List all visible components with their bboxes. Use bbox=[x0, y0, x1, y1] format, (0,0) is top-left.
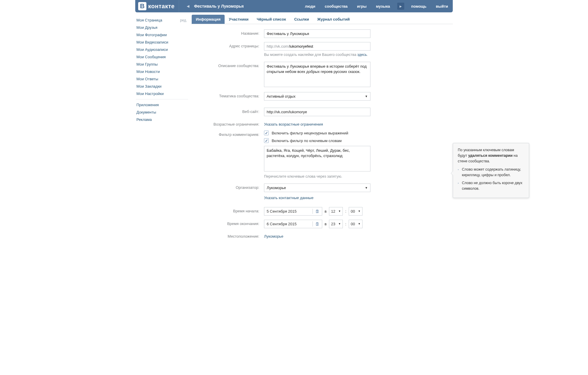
topnav: люди сообщества игры музыка ▶ помощь вый… bbox=[300, 0, 453, 12]
sidebar-item-messages[interactable]: Мои Сообщения bbox=[135, 53, 191, 61]
website-input[interactable] bbox=[264, 108, 370, 116]
next-nav-icon[interactable]: ▶ bbox=[397, 3, 404, 10]
name-label: Название: bbox=[191, 29, 264, 36]
chevron-down-icon: ▼ bbox=[358, 222, 360, 225]
sidebar-item-apps[interactable]: Приложения bbox=[135, 101, 191, 109]
desc-textarea[interactable]: Фестиваль у Лукоморья впервые в истории … bbox=[264, 62, 370, 87]
chevron-down-icon: ▼ bbox=[338, 222, 341, 225]
address-prefix: http://vk.com/ bbox=[264, 42, 289, 50]
filter-label: Фильтр комментариев: bbox=[191, 131, 264, 137]
logo-text: контакте bbox=[148, 3, 175, 10]
nav-people[interactable]: люди bbox=[300, 0, 320, 12]
tab-info[interactable]: Информация bbox=[192, 15, 225, 24]
tooltip-bullet: Слово не должно быть короче двух символо… bbox=[458, 180, 524, 191]
sidebar-item-news[interactable]: Мои Новости bbox=[135, 68, 191, 75]
address-slug[interactable]: lukomoryefest bbox=[289, 42, 370, 50]
nav-help[interactable]: помощь bbox=[407, 0, 431, 12]
sidebar-item-friends[interactable]: Мои Друзья bbox=[135, 24, 191, 31]
chevron-down-icon: ▼ bbox=[338, 210, 341, 213]
sidebar-item-audio[interactable]: Мои Аудиозаписи bbox=[135, 46, 191, 53]
sidebar-item-docs[interactable]: Документы bbox=[135, 109, 191, 116]
tabs: Информация Участники Чёрный список Ссылк… bbox=[191, 15, 453, 24]
website-label: Веб-сайт: bbox=[191, 108, 264, 114]
nav-games[interactable]: игры bbox=[352, 0, 371, 12]
start-date-input[interactable]: 5 Сентября 2015 🗓 bbox=[264, 207, 322, 216]
nav-logout[interactable]: выйти bbox=[431, 0, 453, 12]
keywords-checkbox[interactable]: ✓ bbox=[264, 138, 269, 143]
sidebar-item-bookmarks[interactable]: Мои Закладки bbox=[135, 83, 191, 90]
start-min-select[interactable]: 00▼ bbox=[349, 207, 363, 216]
keywords-textarea[interactable]: Бабайка, Яга, Кощей, Чёрт, Леший, Дурак,… bbox=[264, 146, 370, 171]
form-area: Название: Адрес страницы: http://vk.com/… bbox=[191, 24, 453, 249]
sidebar-item-answers[interactable]: Мои Ответы bbox=[135, 75, 191, 83]
nav-communities[interactable]: сообщества bbox=[320, 0, 352, 12]
desc-label: Описание сообщества: bbox=[191, 62, 264, 68]
end-hour-select[interactable]: 23▼ bbox=[329, 220, 343, 228]
contact-link[interactable]: Указать контактные данные bbox=[264, 196, 313, 200]
end-label: Время окончания: bbox=[191, 220, 264, 226]
chevron-down-icon: ▼ bbox=[358, 210, 360, 213]
start-hour-select[interactable]: 12▼ bbox=[329, 207, 343, 216]
keywords-hint: Перечислите ключевые слова через запятую… bbox=[264, 174, 370, 179]
end-date-input[interactable]: 6 Сентября 2015 🗓 bbox=[264, 220, 322, 228]
end-min-select[interactable]: 00▼ bbox=[349, 220, 363, 228]
organizer-value: Лукоморье bbox=[267, 186, 286, 190]
keywords-checkbox-label: Включить фильтр по ключевым словам bbox=[272, 139, 342, 143]
sidebar-item-photos[interactable]: Мои Фотографии bbox=[135, 31, 191, 39]
address-label: Адрес страницы: bbox=[191, 42, 264, 48]
name-input[interactable] bbox=[264, 29, 370, 38]
location-label: Местоположение: bbox=[191, 232, 264, 239]
nav-music[interactable]: музыка bbox=[371, 0, 395, 12]
tab-links[interactable]: Ссылки bbox=[290, 15, 313, 24]
address-hint: Вы можете создать наклейки для Вашего со… bbox=[264, 52, 370, 58]
sidebar-edit-link[interactable]: ред. bbox=[180, 18, 187, 22]
logo[interactable]: B контакте bbox=[135, 0, 179, 12]
location-link[interactable]: Лукоморье bbox=[264, 234, 283, 239]
logo-icon: B bbox=[138, 2, 146, 10]
calendar-icon[interactable]: 🗓 bbox=[313, 221, 322, 226]
calendar-icon[interactable]: 🗓 bbox=[313, 209, 322, 214]
sidebar-divider bbox=[136, 99, 188, 99]
main: Информация Участники Чёрный список Ссылк… bbox=[191, 12, 453, 249]
stickers-link[interactable]: здесь bbox=[357, 53, 367, 57]
profanity-checkbox[interactable]: ✓ bbox=[264, 131, 269, 135]
chevron-down-icon: ▼ bbox=[365, 186, 368, 189]
sidebar-item-groups[interactable]: Мои Группы bbox=[135, 61, 191, 68]
sidebar-item-mypage[interactable]: Моя Страница bbox=[135, 16, 162, 24]
age-link[interactable]: Указать возрастные ограничения bbox=[264, 122, 323, 126]
title-area: ◀ Фестиваль у Лукоморья bbox=[179, 0, 253, 12]
profanity-checkbox-label: Включить фильтр нецензурных выражений bbox=[272, 131, 348, 135]
sidebar-item-videos[interactable]: Мои Видеозаписи bbox=[135, 39, 191, 46]
chevron-down-icon: ▼ bbox=[365, 95, 368, 98]
age-label: Возрастные ограничения: bbox=[191, 120, 264, 126]
address-input[interactable]: http://vk.com/ lukomoryefest bbox=[264, 42, 370, 51]
tab-blacklist[interactable]: Чёрный список bbox=[253, 15, 290, 24]
organizer-label: Организатор: bbox=[191, 184, 264, 190]
topbar: B контакте ◀ Фестиваль у Лукоморья люди … bbox=[135, 0, 453, 12]
keywords-tooltip: По указанным ключевым словам будут удаля… bbox=[453, 143, 529, 198]
tab-members[interactable]: Участники bbox=[225, 15, 253, 24]
topic-label: Тематика сообщества: bbox=[191, 92, 264, 98]
prev-page-icon[interactable]: ◀ bbox=[185, 4, 191, 8]
start-label: Время начала: bbox=[191, 207, 264, 213]
sidebar: Моя Страница ред. Мои Друзья Мои Фотогра… bbox=[135, 12, 191, 249]
page-title[interactable]: Фестиваль у Лукоморья bbox=[191, 4, 247, 9]
organizer-select[interactable]: Лукоморье ▼ bbox=[264, 184, 370, 192]
sidebar-item-ads[interactable]: Реклама bbox=[135, 116, 191, 123]
topic-value: Активный отдых bbox=[267, 94, 295, 99]
tab-eventlog[interactable]: Журнал событий bbox=[313, 15, 354, 24]
tooltip-bullet: Слово может содержать латиницу, кириллиц… bbox=[458, 167, 524, 178]
topic-select[interactable]: Активный отдых ▼ bbox=[264, 92, 370, 101]
sidebar-item-settings[interactable]: Мои Настройки bbox=[135, 90, 191, 97]
